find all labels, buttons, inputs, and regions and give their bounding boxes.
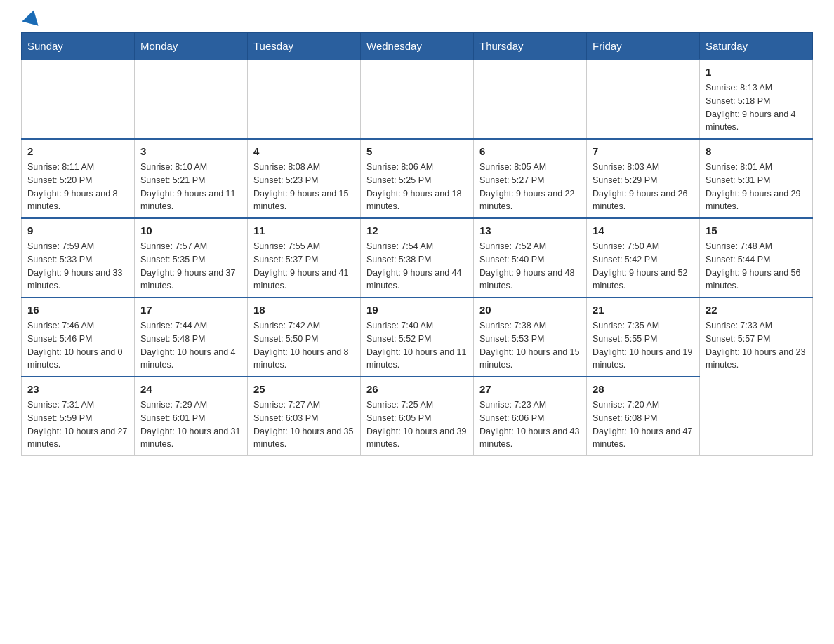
day-info: Sunrise: 8:03 AM Sunset: 5:29 PM Dayligh… xyxy=(593,161,694,213)
weekday-header-wednesday: Wednesday xyxy=(361,33,474,60)
day-number: 6 xyxy=(479,144,581,159)
calendar-cell: 28Sunrise: 7:20 AM Sunset: 6:08 PM Dayli… xyxy=(587,377,700,456)
day-number: 1 xyxy=(706,65,807,79)
weekday-header-tuesday: Tuesday xyxy=(248,33,361,60)
weekday-header-sunday: Sunday xyxy=(22,33,135,60)
day-number: 18 xyxy=(253,302,355,317)
day-number: 9 xyxy=(27,223,128,238)
day-number: 7 xyxy=(593,144,694,159)
day-info: Sunrise: 8:05 AM Sunset: 5:27 PM Dayligh… xyxy=(479,161,581,213)
calendar-cell: 8Sunrise: 8:01 AM Sunset: 5:31 PM Daylig… xyxy=(700,139,813,218)
day-info: Sunrise: 8:08 AM Sunset: 5:23 PM Dayligh… xyxy=(253,161,355,213)
calendar-cell: 16Sunrise: 7:46 AM Sunset: 5:46 PM Dayli… xyxy=(22,297,135,377)
day-info: Sunrise: 7:59 AM Sunset: 5:33 PM Dayligh… xyxy=(27,240,128,293)
calendar-cell: 6Sunrise: 8:05 AM Sunset: 5:27 PM Daylig… xyxy=(474,139,587,218)
day-info: Sunrise: 7:40 AM Sunset: 5:52 PM Dayligh… xyxy=(366,319,468,372)
day-info: Sunrise: 7:33 AM Sunset: 5:57 PM Dayligh… xyxy=(706,319,807,372)
calendar-table: SundayMondayTuesdayWednesdayThursdayFrid… xyxy=(21,32,813,456)
day-info: Sunrise: 7:57 AM Sunset: 5:35 PM Dayligh… xyxy=(140,240,241,293)
day-info: Sunrise: 8:10 AM Sunset: 5:21 PM Dayligh… xyxy=(140,161,241,213)
day-info: Sunrise: 7:35 AM Sunset: 5:55 PM Dayligh… xyxy=(593,319,694,372)
day-number: 27 xyxy=(479,382,581,396)
calendar-cell: 17Sunrise: 7:44 AM Sunset: 5:48 PM Dayli… xyxy=(135,297,248,377)
calendar-cell: 13Sunrise: 7:52 AM Sunset: 5:40 PM Dayli… xyxy=(474,218,587,297)
calendar-cell: 10Sunrise: 7:57 AM Sunset: 5:35 PM Dayli… xyxy=(135,218,248,297)
day-number: 20 xyxy=(479,302,581,317)
calendar-week-row: 16Sunrise: 7:46 AM Sunset: 5:46 PM Dayli… xyxy=(22,297,813,377)
calendar-cell: 1Sunrise: 8:13 AM Sunset: 5:18 PM Daylig… xyxy=(700,60,813,139)
day-number: 26 xyxy=(366,382,468,396)
logo-triangle-icon xyxy=(22,8,41,28)
day-number: 11 xyxy=(253,223,355,238)
calendar-cell: 3Sunrise: 8:10 AM Sunset: 5:21 PM Daylig… xyxy=(135,139,248,218)
calendar-cell: 12Sunrise: 7:54 AM Sunset: 5:38 PM Dayli… xyxy=(361,218,474,297)
day-info: Sunrise: 7:29 AM Sunset: 6:01 PM Dayligh… xyxy=(140,398,241,451)
calendar-cell: 7Sunrise: 8:03 AM Sunset: 5:29 PM Daylig… xyxy=(587,139,700,218)
calendar-cell: 5Sunrise: 8:06 AM Sunset: 5:25 PM Daylig… xyxy=(361,139,474,218)
day-number: 16 xyxy=(27,302,128,317)
calendar-week-row: 2Sunrise: 8:11 AM Sunset: 5:20 PM Daylig… xyxy=(22,139,813,218)
day-info: Sunrise: 7:44 AM Sunset: 5:48 PM Dayligh… xyxy=(140,319,241,372)
calendar-cell: 20Sunrise: 7:38 AM Sunset: 5:53 PM Dayli… xyxy=(474,297,587,377)
calendar-cell xyxy=(474,60,587,139)
weekday-header-thursday: Thursday xyxy=(474,33,587,60)
day-info: Sunrise: 8:06 AM Sunset: 5:25 PM Dayligh… xyxy=(366,161,468,213)
day-number: 5 xyxy=(366,144,468,159)
day-info: Sunrise: 7:31 AM Sunset: 5:59 PM Dayligh… xyxy=(27,398,128,451)
day-info: Sunrise: 7:27 AM Sunset: 6:03 PM Dayligh… xyxy=(253,398,355,451)
calendar-cell: 25Sunrise: 7:27 AM Sunset: 6:03 PM Dayli… xyxy=(248,377,361,456)
calendar-cell: 21Sunrise: 7:35 AM Sunset: 5:55 PM Dayli… xyxy=(587,297,700,377)
calendar-cell xyxy=(22,60,135,139)
calendar-cell: 23Sunrise: 7:31 AM Sunset: 5:59 PM Dayli… xyxy=(22,377,135,456)
calendar-week-row: 1Sunrise: 8:13 AM Sunset: 5:18 PM Daylig… xyxy=(22,60,813,139)
day-number: 13 xyxy=(479,223,581,238)
day-info: Sunrise: 7:52 AM Sunset: 5:40 PM Dayligh… xyxy=(479,240,581,293)
day-info: Sunrise: 7:48 AM Sunset: 5:44 PM Dayligh… xyxy=(706,240,807,293)
calendar-cell xyxy=(361,60,474,139)
calendar-cell: 9Sunrise: 7:59 AM Sunset: 5:33 PM Daylig… xyxy=(22,218,135,297)
calendar-cell: 19Sunrise: 7:40 AM Sunset: 5:52 PM Dayli… xyxy=(361,297,474,377)
calendar-cell xyxy=(135,60,248,139)
calendar-cell: 26Sunrise: 7:25 AM Sunset: 6:05 PM Dayli… xyxy=(361,377,474,456)
calendar-cell xyxy=(587,60,700,139)
calendar-cell: 4Sunrise: 8:08 AM Sunset: 5:23 PM Daylig… xyxy=(248,139,361,218)
page-header xyxy=(21,14,813,25)
day-info: Sunrise: 8:01 AM Sunset: 5:31 PM Dayligh… xyxy=(706,161,807,213)
calendar-header-row: SundayMondayTuesdayWednesdayThursdayFrid… xyxy=(22,33,813,60)
weekday-header-saturday: Saturday xyxy=(700,33,813,60)
day-info: Sunrise: 7:54 AM Sunset: 5:38 PM Dayligh… xyxy=(366,240,468,293)
day-number: 17 xyxy=(140,302,241,317)
calendar-cell xyxy=(248,60,361,139)
day-number: 2 xyxy=(27,144,128,159)
day-number: 10 xyxy=(140,223,241,238)
calendar-cell: 14Sunrise: 7:50 AM Sunset: 5:42 PM Dayli… xyxy=(587,218,700,297)
weekday-header-friday: Friday xyxy=(587,33,700,60)
weekday-header-monday: Monday xyxy=(135,33,248,60)
calendar-week-row: 9Sunrise: 7:59 AM Sunset: 5:33 PM Daylig… xyxy=(22,218,813,297)
calendar-week-row: 23Sunrise: 7:31 AM Sunset: 5:59 PM Dayli… xyxy=(22,377,813,456)
day-number: 23 xyxy=(27,382,128,396)
day-number: 25 xyxy=(253,382,355,396)
day-info: Sunrise: 7:50 AM Sunset: 5:42 PM Dayligh… xyxy=(593,240,694,293)
calendar-cell: 24Sunrise: 7:29 AM Sunset: 6:01 PM Dayli… xyxy=(135,377,248,456)
calendar-cell: 2Sunrise: 8:11 AM Sunset: 5:20 PM Daylig… xyxy=(22,139,135,218)
day-number: 14 xyxy=(593,223,694,238)
logo xyxy=(21,14,41,25)
day-number: 19 xyxy=(366,302,468,317)
day-number: 21 xyxy=(593,302,694,317)
day-number: 3 xyxy=(140,144,241,159)
calendar-cell: 18Sunrise: 7:42 AM Sunset: 5:50 PM Dayli… xyxy=(248,297,361,377)
day-info: Sunrise: 7:25 AM Sunset: 6:05 PM Dayligh… xyxy=(366,398,468,451)
day-info: Sunrise: 7:42 AM Sunset: 5:50 PM Dayligh… xyxy=(253,319,355,372)
calendar-cell: 15Sunrise: 7:48 AM Sunset: 5:44 PM Dayli… xyxy=(700,218,813,297)
day-number: 24 xyxy=(140,382,241,396)
day-number: 4 xyxy=(253,144,355,159)
calendar-cell: 11Sunrise: 7:55 AM Sunset: 5:37 PM Dayli… xyxy=(248,218,361,297)
svg-marker-0 xyxy=(22,8,41,26)
calendar-cell: 27Sunrise: 7:23 AM Sunset: 6:06 PM Dayli… xyxy=(474,377,587,456)
day-info: Sunrise: 7:23 AM Sunset: 6:06 PM Dayligh… xyxy=(479,398,581,451)
day-number: 15 xyxy=(706,223,807,238)
day-info: Sunrise: 7:55 AM Sunset: 5:37 PM Dayligh… xyxy=(253,240,355,293)
day-info: Sunrise: 8:13 AM Sunset: 5:18 PM Dayligh… xyxy=(706,81,807,134)
day-info: Sunrise: 7:38 AM Sunset: 5:53 PM Dayligh… xyxy=(479,319,581,372)
